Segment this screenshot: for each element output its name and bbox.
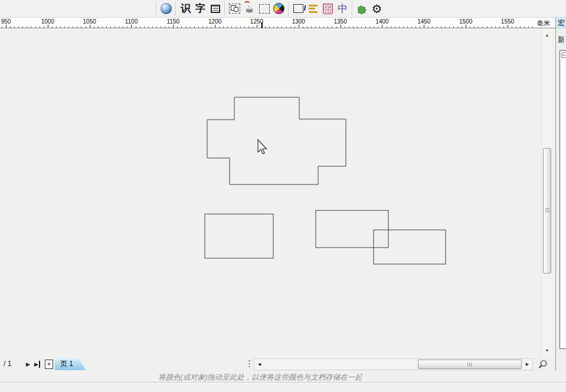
ruler-minor-tick: [453, 27, 454, 28]
ruler-minor-tick: [478, 27, 479, 28]
ruler-minor-tick: [399, 27, 400, 28]
pick-objects-button[interactable]: [227, 1, 242, 16]
options-gear-button[interactable]: ⚙: [369, 1, 384, 16]
ruler-minor-tick: [102, 27, 103, 28]
form-list-button[interactable]: [208, 1, 223, 16]
tabbar-splitter-handle[interactable]: [248, 360, 250, 369]
ruler-minor-tick: [18, 27, 19, 28]
ruler-minor-tick: [524, 27, 525, 28]
ruler-number: 1050: [83, 18, 96, 25]
ruler-minor-tick: [198, 27, 199, 28]
scroll-right-button[interactable]: ▶: [523, 359, 532, 370]
ruler-minor-tick: [27, 27, 27, 28]
ruler-minor-tick: [119, 27, 119, 28]
drawing-canvas[interactable]: [0, 28, 541, 358]
ruler-minor-tick: [528, 27, 529, 28]
scroll-left-button[interactable]: ◀: [255, 359, 264, 370]
ruler-minor-tick: [14, 27, 15, 28]
ruler-minor-tick: [165, 27, 165, 28]
ruler-major-tick: [466, 25, 466, 28]
ruler-major-tick: [6, 25, 6, 28]
panel-new-button[interactable]: 新: [558, 35, 566, 45]
panel-title: 宏: [556, 18, 566, 29]
form-icon: [211, 5, 220, 13]
horizontal-scroll-thumb[interactable]: [418, 360, 522, 369]
ruler-minor-tick: [231, 27, 232, 28]
ruler-minor-tick: [44, 27, 44, 28]
macro-tree-view[interactable]: [560, 50, 566, 349]
page-tab-1[interactable]: 页 1: [55, 358, 86, 370]
ruler-minor-tick: [532, 27, 533, 28]
color-wheel-button[interactable]: [271, 1, 286, 16]
ruler-minor-tick: [499, 27, 500, 28]
ruler-minor-tick: [269, 27, 270, 28]
ruler-minor-tick: [516, 27, 516, 28]
toolbar-separator: [175, 2, 176, 16]
horizontal-scrollbar[interactable]: ◀ ▶: [254, 358, 533, 370]
ruler-minor-tick: [110, 27, 111, 28]
ruler-minor-tick: [207, 27, 207, 28]
toolbar-empty-space: [0, 0, 154, 17]
ruler-minor-tick: [77, 27, 77, 28]
ruler-minor-tick: [491, 27, 492, 28]
dimension-button[interactable]: [291, 1, 306, 16]
magnifier-icon: [538, 360, 548, 370]
ruler-number: 1450: [417, 18, 430, 25]
ocr-recognize-button[interactable]: 识: [178, 1, 193, 16]
ruler-minor-tick: [236, 27, 237, 28]
page-count-indicator: / 1: [4, 360, 11, 368]
next-page-button[interactable]: ▶: [26, 361, 30, 368]
dimension-icon: [293, 4, 303, 13]
ruler-minor-tick: [190, 27, 191, 28]
center-align-button[interactable]: 中: [335, 1, 350, 16]
ruler-minor-tick: [503, 27, 504, 28]
ruler-minor-tick: [152, 27, 153, 28]
vertical-scrollbar[interactable]: ▲ ▼: [541, 28, 552, 358]
ruler-minor-tick: [177, 27, 178, 28]
ruler-minor-tick: [520, 27, 521, 28]
ruler-minor-tick: [307, 27, 307, 28]
ruler-minor-tick: [114, 27, 115, 28]
ruler-major-tick: [341, 25, 341, 28]
page-numbering-button[interactable]: 3412: [320, 1, 335, 16]
ruler-minor-tick: [449, 27, 450, 28]
toolbar-separator: [224, 2, 225, 16]
ocr-character-button[interactable]: 字: [193, 1, 208, 16]
ruler-minor-tick: [161, 27, 161, 28]
coffee-break-button[interactable]: ☕: [242, 1, 257, 16]
ruler-minor-tick: [323, 27, 324, 28]
toolbar-separator: [352, 2, 353, 16]
ruler-minor-tick: [31, 27, 31, 28]
ruler-minor-tick: [353, 27, 354, 28]
tree-expand-icon[interactable]: [561, 52, 566, 58]
ruler-minor-tick: [474, 27, 475, 28]
align-list-button[interactable]: [306, 1, 320, 16]
vertical-scroll-thumb[interactable]: [543, 148, 551, 274]
macro-docker-panel: 宏 新: [555, 18, 566, 371]
bottom-strip: [0, 383, 566, 392]
last-page-button[interactable]: ▶: [34, 361, 40, 368]
add-page-button[interactable]: +: [45, 360, 53, 369]
scroll-down-button[interactable]: ▼: [542, 345, 552, 355]
ruler-minor-tick: [290, 27, 291, 28]
ruler-minor-tick: [295, 27, 295, 28]
ruler-minor-tick: [40, 27, 40, 28]
ruler-major-tick: [48, 25, 48, 28]
ruler-minor-tick: [169, 27, 169, 28]
marquee-select-button[interactable]: [257, 1, 271, 16]
horizontal-ruler[interactable]: 毫米 9501000105011001150120012501300135014…: [0, 18, 555, 28]
ruler-minor-tick: [432, 27, 433, 28]
ruler-minor-tick: [265, 27, 266, 28]
pick-objects-icon: [229, 4, 240, 14]
zoom-tool-button[interactable]: [535, 358, 550, 371]
ruler-minor-tick: [365, 27, 366, 28]
ruler-minor-tick: [391, 27, 391, 28]
macro-puzzle-button[interactable]: [355, 1, 369, 16]
page-numbering-icon: 3412: [323, 4, 333, 14]
ruler-minor-tick: [411, 27, 412, 28]
scroll-up-button[interactable]: ▲: [542, 30, 552, 39]
marquee-icon: [259, 4, 270, 14]
ruler-minor-tick: [357, 27, 358, 28]
launcher-globe-button[interactable]: [159, 1, 174, 16]
ruler-major-tick: [90, 25, 90, 28]
